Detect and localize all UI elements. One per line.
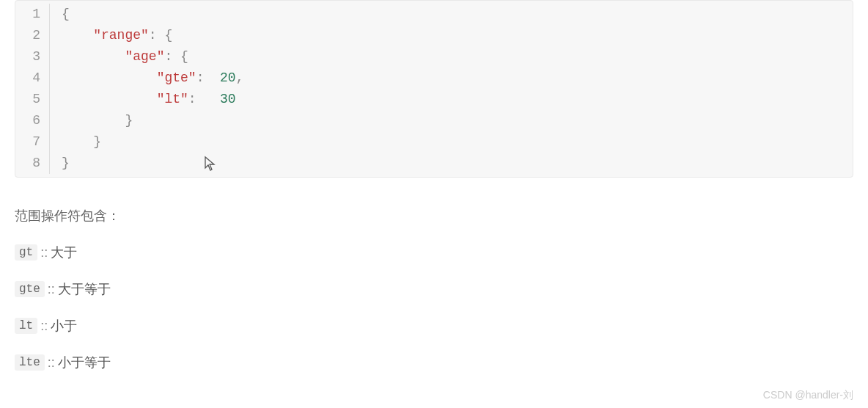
line-number: 4 [30,68,40,89]
line-number: 6 [30,110,40,131]
token-punct: } [125,113,133,128]
token-punct: : { [164,49,188,64]
description-intro: 范围操作符包含： [15,207,853,225]
line-number: 2 [30,25,40,46]
token-punct: , [236,70,244,85]
line-number: 7 [30,131,40,153]
operator-code: lte [15,354,45,371]
code-block: 12345678 { "range": { "age": { "gte": 20… [15,0,853,178]
code-line: } [62,110,243,131]
operator-separator: :: [40,318,48,334]
line-number: 3 [30,46,40,68]
operator-row: gt :: 大于 [15,244,853,261]
operator-code: gte [15,281,45,297]
line-number: 8 [30,153,40,174]
token-key: "gte" [157,70,196,85]
operator-description: 小于等于 [58,354,111,371]
line-number: 1 [30,4,40,25]
token-key: "range" [93,28,149,43]
code-line: } [62,153,243,174]
operator-separator: :: [48,355,55,371]
token-punct: { [62,7,70,21]
token-punct: : { [149,28,172,43]
code-content: { "range": { "age": { "gte": 20, "lt": 3… [50,4,255,174]
token-punct: } [93,134,101,149]
token-number: 20 [220,70,236,85]
code-line: { [62,4,243,25]
token-number: 30 [220,92,236,106]
line-number-gutter: 12345678 [15,4,50,174]
operator-separator: :: [48,282,55,297]
operator-description: 小于 [51,317,77,335]
operator-separator: :: [40,245,48,261]
operator-row: lte :: 小于等于 [15,354,853,371]
code-line: "gte": 20, [62,68,243,89]
token-punct: : [196,70,220,85]
code-line: } [62,131,243,153]
operator-row: lt :: 小于 [15,317,853,335]
token-key: "age" [125,49,164,64]
code-line: "age": { [62,46,243,68]
watermark: CSDN @handler-刘 [763,389,853,390]
token-punct: } [62,156,70,170]
code-line: "lt": 30 [62,89,243,110]
operator-row: gte :: 大于等于 [15,280,853,298]
line-number: 5 [30,89,40,110]
operator-code: gt [15,244,37,261]
token-punct: : [188,92,220,106]
operator-description: 大于 [51,244,77,261]
token-key: "lt" [157,92,188,106]
code-line: "range": { [62,25,243,46]
operator-code: lt [15,318,37,334]
description-section: 范围操作符包含： gt :: 大于gte :: 大于等于lt :: 小于lte … [0,192,868,371]
operator-description: 大于等于 [58,280,111,298]
